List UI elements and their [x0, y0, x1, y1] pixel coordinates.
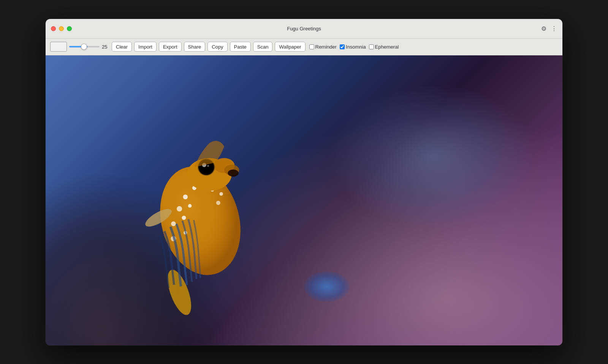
main-content [46, 55, 562, 345]
slider-value: 25 [102, 44, 109, 50]
size-slider[interactable] [69, 46, 100, 47]
window-title: Fugu Greetings [287, 26, 321, 32]
export-button[interactable]: Export [159, 42, 182, 52]
import-button[interactable]: Import [134, 42, 157, 52]
copy-button[interactable]: Copy [207, 42, 227, 52]
svg-point-9 [171, 221, 176, 226]
share-button[interactable]: Share [184, 42, 206, 52]
svg-point-8 [188, 204, 192, 208]
ephemeral-label[interactable]: Ephemeral [369, 44, 399, 50]
paste-button[interactable]: Paste [230, 42, 251, 52]
blue-water-background [330, 84, 537, 229]
fish-scene [46, 55, 562, 345]
svg-point-24 [207, 165, 209, 167]
minimize-button[interactable] [59, 26, 64, 31]
scan-button[interactable]: Scan [253, 42, 273, 52]
gear-icon[interactable]: ⚙ [541, 25, 546, 32]
svg-point-7 [177, 206, 182, 211]
app-window: Fugu Greetings ⚙ ⋮ 25 Clear Import Expor… [46, 19, 562, 345]
svg-point-14 [216, 201, 220, 205]
fish-illustration [87, 107, 320, 316]
close-button[interactable] [51, 26, 56, 31]
svg-point-10 [182, 216, 186, 220]
traffic-lights [51, 26, 72, 31]
color-swatch[interactable] [50, 42, 67, 52]
reminder-checkbox[interactable] [309, 44, 314, 49]
checkbox-group: Reminder Insomnia Ephemeral [309, 44, 399, 50]
insomnia-label[interactable]: Insomnia [340, 44, 366, 50]
insomnia-checkbox[interactable] [340, 44, 345, 49]
slider-container: 25 [69, 44, 109, 50]
title-bar-actions: ⚙ ⋮ [541, 25, 557, 32]
svg-point-3 [183, 194, 188, 199]
maximize-button[interactable] [67, 26, 72, 31]
reminder-label[interactable]: Reminder [309, 44, 337, 50]
toolbar: 25 Clear Import Export Share Copy Paste … [46, 39, 562, 55]
wallpaper-button[interactable]: Wallpaper [275, 42, 305, 52]
svg-point-13 [219, 192, 223, 195]
clear-button[interactable]: Clear [112, 42, 132, 52]
ephemeral-checkbox[interactable] [369, 44, 374, 49]
svg-point-19 [228, 169, 238, 176]
title-bar: Fugu Greetings ⚙ ⋮ [46, 19, 562, 39]
menu-icon[interactable]: ⋮ [551, 25, 557, 32]
